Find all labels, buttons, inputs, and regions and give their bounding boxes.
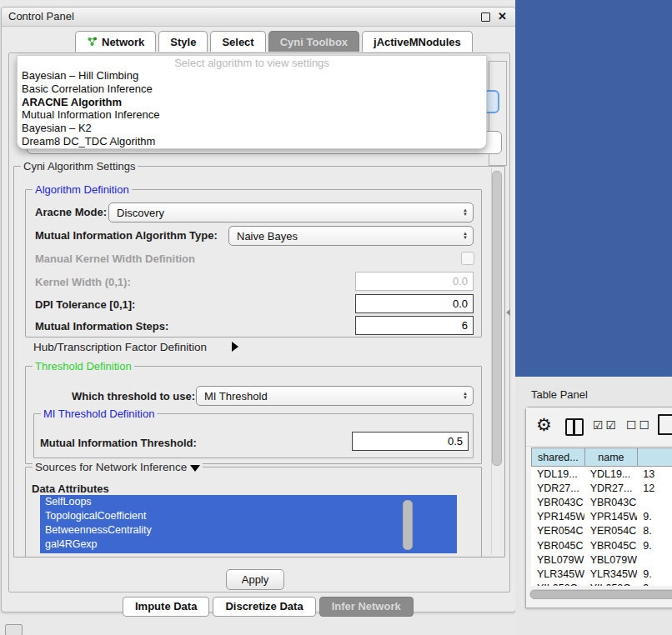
tab-label: jActiveMNodules — [374, 36, 461, 48]
apply-button[interactable]: Apply — [226, 569, 284, 590]
tab-label: Network — [102, 36, 144, 48]
screen: Control Panel ✕ NetworkStyleSelectCyni T… — [0, 0, 672, 635]
which-threshold-label: Which threshold to use: — [72, 390, 195, 402]
tab-label: Style — [170, 36, 196, 48]
algorithm-option[interactable]: Mutual Information Inference — [18, 108, 486, 122]
table-cell: YBR043C — [531, 495, 584, 509]
aracne-mode-combobox[interactable]: Discovery ▲▼ — [108, 202, 474, 222]
algorithm-option[interactable]: Bayesian – Hill Climbing — [18, 69, 486, 82]
data-attributes-list[interactable]: SelfLoopsTopologicalCoefficientBetweenne… — [40, 495, 457, 553]
close-icon[interactable]: ✕ — [498, 10, 507, 22]
table-cell: YPR145W — [584, 510, 638, 524]
bottom-tab-discretize-data[interactable]: Discretize Data — [213, 597, 315, 617]
table-row[interactable]: YDR27...YDR27...12 — [531, 481, 672, 495]
table-cell: YDR27... — [531, 481, 584, 495]
algorithm-option[interactable]: Dream8 DC_TDC Algorithm — [18, 135, 486, 148]
table-toolbar: ⚙ ☑☑ ☐☐ — [526, 408, 672, 447]
column-header[interactable] — [637, 448, 672, 467]
attributes-scrollbar-thumb[interactable] — [403, 500, 413, 550]
table-cell: YER054C — [584, 524, 638, 538]
mi-steps-input[interactable]: 6 — [355, 316, 474, 335]
aracne-mode-label: Aracne Mode: — [35, 206, 107, 218]
bottom-tab-infer-network[interactable]: Infer Network — [319, 597, 414, 617]
algorithm-option[interactable]: Bayesian – K2 — [18, 122, 486, 135]
mi-threshold-definition-title: MI Threshold Definition — [41, 408, 157, 420]
which-threshold-value: MI Threshold — [204, 390, 268, 402]
algorithm-definition-title: Algorithm Definition — [33, 183, 132, 196]
panel-title: Control Panel — [8, 10, 74, 22]
table-cell — [637, 495, 672, 509]
spinner-arrows-icon: ▲▼ — [463, 232, 468, 240]
settings-scrollbar-thumb[interactable] — [492, 171, 502, 466]
deselect-all-checkboxes-icon[interactable]: ☐☐ — [626, 418, 652, 432]
mi-steps-label: Mutual Information Steps: — [35, 320, 168, 332]
manual-kernel-checkbox[interactable] — [461, 252, 474, 265]
algorithm-option[interactable]: ARACNE Algorithm — [18, 96, 486, 109]
export-table-icon[interactable] — [658, 414, 672, 435]
bottom-tab-impute-data[interactable]: Impute Data — [123, 597, 209, 617]
expand-right-icon[interactable] — [232, 342, 238, 352]
table-row[interactable]: YBR043CYBR043C — [531, 495, 672, 509]
table-row[interactable]: YIL052CYIL052C9 — [531, 582, 672, 587]
table-cell — [637, 552, 672, 567]
attribute-list-item[interactable]: gal4RGexp — [40, 538, 457, 552]
float-window-icon[interactable] — [481, 12, 490, 22]
columns-icon[interactable] — [565, 418, 584, 436]
table-row[interactable]: YPR145WYPR145W9. — [531, 510, 672, 524]
sources-group-title[interactable]: Sources for Network Inference — [33, 461, 203, 473]
table-cell: YDL19... — [584, 467, 638, 481]
column-header[interactable]: shared... — [531, 448, 584, 467]
table-panel-area: Table Panel ⚙ ☑☑ ☐☐ shared...name YDL19.… — [515, 377, 672, 635]
tab-label: Select — [222, 36, 253, 48]
table-row[interactable]: YBR045CYBR045C9. — [531, 538, 672, 552]
tab-label: Cyni Toolbox — [280, 36, 348, 48]
cytoscape-desktop: GAL80GAL10GAL1GAL11SWI4GAL4GCY1HAP4YHAP2… — [515, 0, 672, 377]
table-cell: 12 — [637, 481, 672, 495]
kernel-width-input[interactable]: 0.0 — [355, 272, 474, 291]
table-cell: YLR345W — [531, 567, 584, 581]
tab-cyni-toolbox[interactable]: Cyni Toolbox — [268, 31, 359, 52]
which-threshold-combobox[interactable]: MI Threshold ▲▼ — [196, 386, 474, 406]
aracne-mode-value: Discovery — [117, 207, 164, 219]
column-header[interactable]: name — [584, 448, 638, 467]
tab-style[interactable]: Style — [158, 31, 208, 52]
table-cell: YIL052C — [531, 582, 584, 587]
table-cell: 9. — [637, 510, 672, 524]
table-hscrollbar-track[interactable] — [529, 589, 672, 598]
table-cell: 13 — [637, 467, 672, 481]
split-pane-collapse-icon[interactable] — [506, 309, 510, 316]
gear-icon[interactable]: ⚙ — [536, 415, 552, 435]
tab-network[interactable]: Network — [75, 31, 156, 52]
table-panel-window: ⚙ ☑☑ ☐☐ shared...name YDL19...YDL19...13… — [525, 407, 672, 608]
select-all-checkboxes-icon[interactable]: ☑☑ — [593, 418, 619, 432]
dpi-tolerance-input[interactable]: 0.0 — [355, 294, 474, 313]
table-cell: YER054C — [531, 524, 584, 538]
dropdown-prompt: Select algorithm to view settings — [18, 56, 486, 69]
table-row[interactable]: YLR345WYLR345W9. — [531, 567, 672, 581]
tab-select[interactable]: Select — [210, 31, 265, 52]
table-row[interactable]: YBL079WYBL079W — [531, 552, 672, 567]
table-hscrollbar-thumb[interactable] — [530, 590, 672, 599]
algorithm-list: Bayesian – Hill ClimbingBasic Correlatio… — [18, 69, 486, 148]
table-cell: YDR27... — [584, 481, 638, 495]
control-panel-tabs: NetworkStyleSelectCyni ToolboxjActiveMNo… — [75, 31, 473, 52]
table-cell: YBL079W — [584, 552, 638, 567]
hub-definition-expander-label[interactable]: Hub/Transcription Factor Definition — [33, 341, 207, 353]
minimized-panel-icon[interactable] — [5, 624, 23, 635]
algorithm-option[interactable]: Basic Correlation Inference — [18, 82, 486, 96]
table-cell: YBR045C — [531, 538, 584, 552]
mi-type-combobox[interactable]: Naive Bayes ▲▼ — [228, 226, 474, 246]
table-row[interactable]: YER054CYER054C8. — [531, 524, 672, 538]
table-header-row: shared...name — [531, 448, 672, 467]
attribute-list-item[interactable]: BetweennessCentrality — [40, 523, 457, 538]
tab-jactivemnodules[interactable]: jActiveMNodules — [362, 31, 473, 52]
table-cell: YBL079W — [531, 552, 584, 567]
threshold-definition-title: Threshold Definition — [33, 360, 134, 372]
mi-threshold-input[interactable]: 0.5 — [352, 432, 469, 451]
attribute-list-item[interactable]: SelfLoops — [40, 495, 457, 509]
table-cell: YLR345W — [584, 567, 638, 581]
table-row[interactable]: YDL19...YDL19...13 — [531, 467, 672, 481]
attribute-list-item[interactable]: TopologicalCoefficient — [40, 509, 457, 523]
dpi-tolerance-label: DPI Tolerance [0,1]: — [35, 298, 135, 311]
data-attributes-label: Data Attributes — [32, 482, 109, 495]
